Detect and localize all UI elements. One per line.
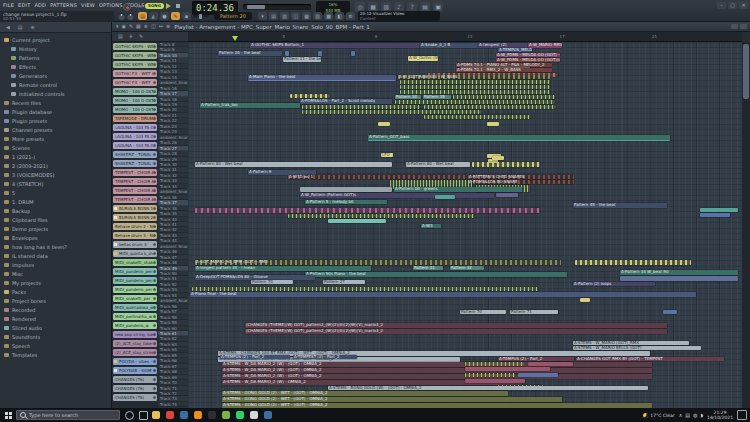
playlist-clip[interactable]: (CHANGES (THEME)(W) GOT)_pattern2_(W)(2)… (245, 329, 667, 334)
pencil-icon[interactable]: ✎ (129, 22, 133, 31)
menu-item-add[interactable]: ADD (34, 1, 46, 10)
menu-item-patterns[interactable]: PATTERNS (50, 1, 77, 10)
mute-led[interactable] (153, 207, 156, 210)
picker-clip-gothic-f-x-wet[interactable]: GOTHIC F.X - WET (113, 79, 157, 86)
playlist-clip[interactable]: A-TEMPEST (2) - Part_2 (293, 355, 357, 359)
browser-item-templates[interactable]: Templates (0, 350, 111, 359)
picker-clip-gothic-skips-wet[interactable]: GOTHIC SKIPS - WET (113, 61, 157, 68)
picker-sort-icon[interactable]: ✛ (129, 32, 133, 41)
export-icon[interactable]: ▥ (280, 12, 289, 20)
playlist-clip[interactable]: Pattern 70 (251, 280, 293, 284)
picker-clip-midi-pandeiro-per[interactable]: MIDI_pandeiro_per (113, 286, 157, 293)
fl-studio-icon[interactable] (194, 411, 202, 419)
picker-clip-midi-pandeiro-w[interactable]: MIDI_pandeiro_w (113, 322, 157, 329)
play-button[interactable] (166, 3, 171, 9)
timeline-ruler[interactable]: 59131721 (188, 32, 742, 42)
browser-item-history[interactable]: History (0, 44, 111, 53)
browser-item-speech[interactable]: Speech (0, 341, 111, 350)
stop-button[interactable] (176, 4, 180, 8)
playlist-clip[interactable]: Pattern 35 (423, 95, 451, 99)
playlist-clip[interactable]: A-PDMS&LDS - Part_2 - Scroll melody (300, 99, 392, 104)
playlist-clip[interactable]: A-Pattern 90s Piano - the beat (305, 272, 567, 277)
picker-clip-polyda-vibes-sigm[interactable]: POLYDA - vibes - SIGM (113, 358, 157, 365)
playlist-clip[interactable]: A-PDMS 70.1 - PIANO ALT - P&S - MELODY_2 (456, 63, 552, 67)
playlist-clip[interactable] (285, 51, 289, 56)
mute-led[interactable] (153, 81, 156, 84)
mute-led[interactable] (153, 144, 156, 147)
playlist-clip[interactable]: A-Pattern (2) loops (573, 282, 655, 286)
browser-item-clipboard-files[interactable]: Clipboard files (0, 215, 111, 224)
playlist-clip[interactable]: A-W1D ws 1 (288, 175, 466, 179)
mute-led[interactable] (153, 171, 156, 174)
playlist-clip[interactable] (496, 193, 518, 197)
picker-clip-midi-pandeiro-per[interactable]: MIDI_pandeiro_per (113, 268, 157, 275)
playlist-clip[interactable]: Pattern 34 (395, 95, 421, 99)
master-pitch-knob[interactable] (127, 13, 134, 20)
playlist-clip[interactable]: A-W_Pattern (Pattern GOT)s (300, 193, 494, 198)
picker-clip-behave-drum-3-nl[interactable]: Behave drum 3 - NL (113, 232, 157, 239)
browser-item-initialized-controls[interactable]: Initialized controls (0, 89, 111, 98)
playlist-clip[interactable]: A-TEMPUS_MELDA (498, 48, 532, 52)
wait-input-icon[interactable]: ● (160, 12, 169, 20)
mute-led[interactable] (153, 153, 156, 156)
mute-led[interactable] (153, 342, 156, 345)
pat-song-switch[interactable]: PAT SONG (136, 3, 164, 9)
browser-item-backup[interactable]: Backup (0, 206, 111, 215)
tray-icon-1[interactable]: ▤ (685, 412, 690, 418)
sharex-icon[interactable] (222, 411, 230, 419)
playlist-clip[interactable] (465, 379, 525, 383)
playlist-clip[interactable] (580, 298, 590, 302)
close-button[interactable]: ✕ (739, 2, 748, 9)
playlist-clip[interactable]: Pattern 32 (450, 266, 484, 270)
playlist-clip[interactable]: Pattern 31 (413, 266, 443, 270)
browser-item-how-long-has-it-been-[interactable]: how long has it been? (0, 242, 111, 251)
picker-clip-laguna-103-fa-c-b[interactable]: LAGUNA - 103 FA C B (113, 133, 157, 140)
slip-icon[interactable]: ↔ (159, 22, 163, 31)
playlist-clip[interactable]: A-PDMS&LDS BO SNARE (468, 180, 574, 184)
mixer-icon[interactable]: ▩ (324, 12, 333, 20)
mute-led[interactable] (153, 99, 156, 102)
mute-led[interactable] (153, 315, 156, 318)
playlist-clip[interactable]: A-W_PDMS - MELDA GO (GOT) - OMNIA_2 (496, 53, 560, 57)
playlist-clip[interactable]: A-W3 (421, 224, 441, 228)
vertical-scrollbar-thumb[interactable] (743, 44, 749, 99)
mute-led[interactable] (153, 90, 156, 93)
magnet-icon[interactable]: ◉ (122, 22, 126, 31)
browser-item-5[interactable]: 5 (0, 188, 111, 197)
browser-item-channel-presets[interactable]: Channel presets (0, 125, 111, 134)
playlist-clip[interactable] (465, 373, 515, 377)
main-menu-icon[interactable]: ▾ (258, 12, 267, 20)
zoom-icon[interactable]: ⊕ (166, 22, 170, 31)
browser-item-recorded[interactable]: Recorded (0, 305, 111, 314)
picker-clip-behave-drum-2-nl[interactable]: Behave drum 2 - NL (113, 223, 157, 230)
browser-item-il-shared-data[interactable]: IL shared data (0, 251, 111, 260)
playlist-clip[interactable]: A-Pattern 5 - melody bit (305, 200, 387, 204)
playlist-clip[interactable]: A-W_GOT RAW 303 - W_BASS (398, 75, 550, 79)
mute-led[interactable] (153, 378, 156, 381)
mute-led[interactable] (153, 387, 156, 390)
picker-clip-midi-portinatha-w[interactable]: MIDI_portinatha_w (113, 313, 157, 320)
menu-item-view[interactable]: VIEW (81, 1, 95, 10)
playlist-clip[interactable]: A-TEMPUS (2) - Part_2 (220, 355, 290, 359)
settings-app-icon[interactable] (264, 411, 272, 419)
mute-led[interactable] (153, 261, 156, 264)
playlist-titlebar[interactable]: ▾◉✎▦⊗◫↔⊕ Playlist - Arrangement - MPC_Su… (112, 22, 750, 32)
browser-item-impulses[interactable]: Impulses (0, 260, 111, 269)
mute-led[interactable] (153, 288, 156, 291)
playlist-clip[interactable] (288, 214, 474, 218)
browser-item-project-bones[interactable]: Project bones (0, 296, 111, 305)
tray-icon-3[interactable]: ◗ (700, 412, 703, 418)
minimize-button[interactable]: – (717, 2, 726, 9)
countdown-icon[interactable]: ✎ (171, 12, 180, 20)
picker-clip-midi-snakefit-shak[interactable]: MIDI_snakefit_shak (113, 259, 157, 266)
browser-item-2-2009-2021-[interactable]: 2 (2009-2021) (0, 161, 111, 170)
browser-item-patterns[interactable]: Patterns (0, 53, 111, 62)
playlist-clip[interactable] (528, 362, 573, 366)
playlist-clip[interactable]: A-CHANGES GOT RMX BY (GOT) - TEMPEST (576, 357, 724, 361)
typing-to-piano-icon[interactable]: ▤ (138, 12, 147, 20)
mute-led[interactable] (153, 270, 156, 273)
picker-clip-gothic-skips-wet[interactable]: GOTHIC SKIPS - WET (113, 43, 157, 50)
playlist-clip[interactable] (400, 85, 550, 89)
playlist-clip[interactable]: A-Pattern 00 - greens (394, 187, 522, 192)
playlist-clip[interactable] (424, 105, 556, 109)
